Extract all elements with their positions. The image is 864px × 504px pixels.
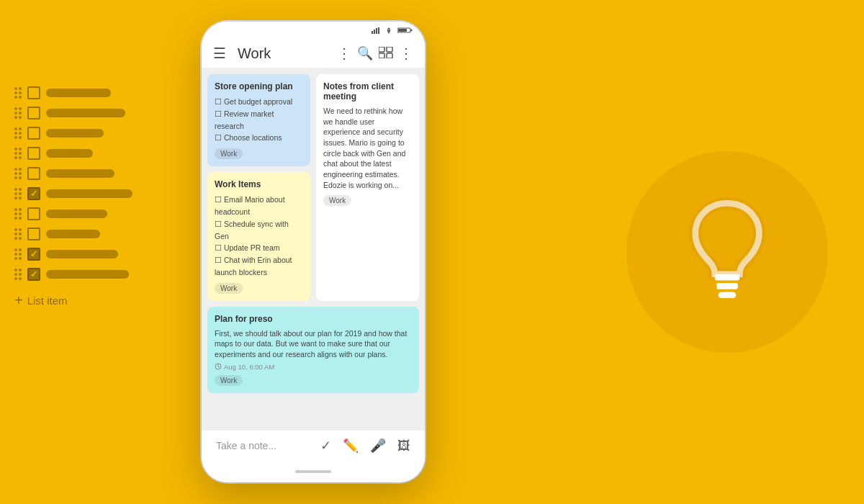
svg-rect-3 (378, 27, 379, 34)
mic-icon[interactable]: 🎤 (370, 438, 386, 454)
list-row (14, 207, 173, 220)
circle-background (626, 151, 828, 353)
search-icon[interactable]: 🔍 (357, 45, 373, 61)
checkbox[interactable] (27, 248, 40, 261)
note-card-store-opening[interactable]: Store opening plan Get budget approval R… (207, 74, 310, 166)
list-item-text-bar (46, 270, 129, 279)
take-note-placeholder[interactable]: Take a note... (216, 440, 309, 451)
note-tag[interactable]: Work (323, 195, 351, 206)
overflow-icon[interactable]: ⋮ (399, 45, 413, 62)
status-bar (202, 22, 425, 39)
list-item-text-bar (46, 230, 100, 238)
list-item-text-bar (46, 250, 118, 258)
svg-rect-9 (387, 47, 392, 52)
drag-handle-icon[interactable] (14, 248, 22, 260)
drag-handle-icon[interactable] (14, 228, 22, 240)
drag-handle-icon[interactable] (14, 87, 22, 99)
add-item-label: List item (27, 294, 68, 307)
drag-handle-icon[interactable] (14, 127, 22, 139)
checkbox[interactable] (27, 167, 40, 180)
svg-rect-10 (379, 53, 384, 58)
list-row (14, 127, 173, 140)
note-checklist: Email Mario about headcount Schedule syn… (215, 194, 303, 279)
home-bar (295, 470, 331, 473)
menu-icon[interactable]: ☰ (213, 45, 226, 62)
list-item-text-bar (46, 149, 93, 158)
note-title: Plan for preso (215, 314, 412, 324)
list-item-text-bar (46, 169, 114, 178)
list-row (14, 228, 173, 240)
bottom-bar: Take a note... ✓ ✏️ 🎤 🖼 (202, 430, 425, 461)
checkbox[interactable] (27, 147, 40, 160)
list-panel: +List item (14, 86, 173, 309)
checkbox[interactable] (27, 127, 40, 140)
checkbox[interactable] (27, 86, 40, 99)
svg-line-14 (218, 366, 220, 367)
note-tag[interactable]: Work (215, 375, 243, 386)
list-item-text-bar (46, 129, 104, 138)
svg-point-4 (388, 30, 390, 31)
list-row (14, 107, 173, 120)
notes-grid: Store opening plan Get budget approval R… (202, 68, 425, 430)
toolbar-title: Work (238, 45, 331, 62)
note-body: We need to rethink how we handle user ex… (323, 106, 412, 191)
checkbox[interactable] (27, 268, 40, 281)
note-card-work-items[interactable]: Work Items Email Mario about headcount S… (207, 172, 310, 301)
svg-rect-6 (411, 30, 413, 32)
note-tag[interactable]: Work (215, 283, 243, 294)
checkbox[interactable] (27, 207, 40, 220)
note-title: Notes from client meeting (323, 81, 412, 102)
list-item-text-bar (46, 89, 111, 97)
lightbulb-panel (619, 144, 835, 360)
note-body: First, we should talk about our plan for… (215, 328, 412, 360)
view-toggle-icon[interactable] (379, 45, 393, 62)
svg-rect-0 (372, 31, 373, 34)
checkbox[interactable] (27, 107, 40, 120)
list-item-text-bar (46, 189, 132, 198)
svg-rect-16 (716, 283, 738, 289)
list-row (14, 147, 173, 160)
home-bar-area (202, 461, 425, 482)
drag-handle-icon[interactable] (14, 188, 22, 199)
drag-handle-icon[interactable] (14, 107, 22, 119)
plus-icon: + (14, 292, 23, 309)
note-title: Work Items (215, 179, 303, 189)
svg-rect-7 (398, 29, 407, 32)
list-item-text-bar (46, 210, 107, 218)
list-row (14, 167, 173, 180)
svg-rect-8 (379, 47, 384, 52)
more-vert-icon[interactable]: ⋮ (337, 45, 351, 62)
drag-handle-icon[interactable] (14, 148, 22, 159)
svg-rect-2 (376, 28, 377, 34)
checklist-icon[interactable]: ✓ (320, 438, 331, 454)
list-row (14, 86, 173, 99)
list-row (14, 268, 173, 281)
svg-rect-11 (387, 53, 392, 58)
lightbulb-icon (670, 194, 785, 310)
phone-mockup: ☰ Work ⋮ 🔍 ⋮ Store opening plan Get budg… (202, 22, 425, 482)
image-icon[interactable]: 🖼 (397, 438, 410, 454)
note-date: Aug 10, 6:00 AM (215, 363, 412, 371)
list-item-text-bar (46, 109, 125, 117)
note-tag[interactable]: Work (215, 148, 243, 159)
checkbox[interactable] (27, 187, 40, 200)
svg-rect-1 (374, 30, 375, 34)
draw-icon[interactable]: ✏️ (343, 438, 359, 454)
list-row (14, 248, 173, 261)
note-checklist: Get budget approval Review market resear… (215, 96, 303, 144)
add-list-item-button[interactable]: +List item (14, 292, 173, 309)
svg-rect-17 (719, 292, 737, 298)
svg-rect-15 (715, 274, 739, 281)
phone-toolbar: ☰ Work ⋮ 🔍 ⋮ (202, 39, 425, 68)
checkbox[interactable] (27, 228, 40, 240)
drag-handle-icon[interactable] (14, 168, 22, 179)
note-card-plan-preso[interactable]: Plan for preso First, we should talk abo… (207, 307, 419, 393)
drag-handle-icon[interactable] (14, 208, 22, 220)
note-card-client-meeting[interactable]: Notes from client meeting We need to ret… (316, 74, 419, 301)
drag-handle-icon[interactable] (14, 269, 22, 280)
note-title: Store opening plan (215, 81, 303, 91)
list-row (14, 187, 173, 200)
